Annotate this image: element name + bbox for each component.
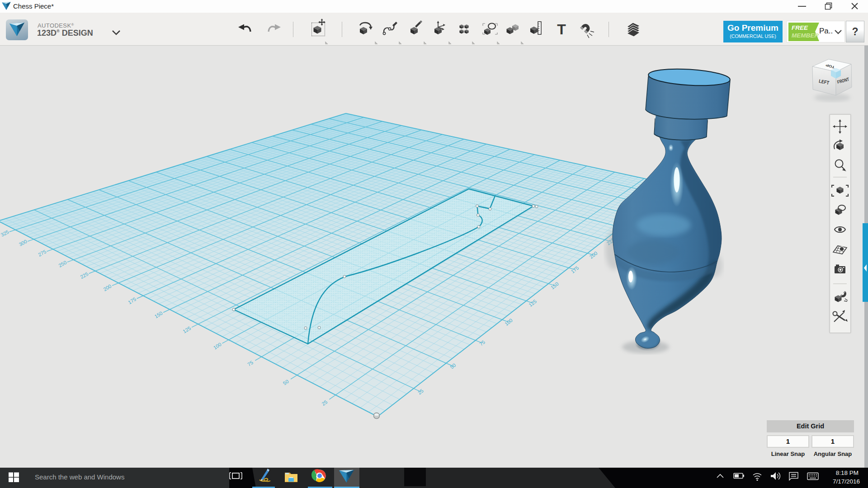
svg-text:275: 275 (37, 249, 47, 257)
svg-text:7/17/2016: 7/17/2016 (833, 478, 860, 485)
svg-text:25: 25 (417, 388, 425, 395)
svg-text:25: 25 (321, 399, 328, 407)
svg-text:225: 225 (79, 271, 89, 280)
svg-text:250: 250 (57, 259, 67, 268)
svg-text:8:18 PM: 8:18 PM (836, 469, 859, 476)
svg-text:T: T (557, 21, 566, 38)
svg-text:100: 100 (212, 342, 222, 351)
svg-text:Search the web and Windows: Search the web and Windows (35, 473, 124, 481)
svg-text:100: 100 (504, 317, 514, 327)
svg-text:300: 300 (18, 239, 28, 247)
svg-text:150: 150 (550, 281, 560, 291)
svg-text:50: 50 (449, 362, 457, 370)
svg-text:325: 325 (0, 229, 10, 238)
svg-text:200: 200 (102, 283, 112, 292)
svg-text:150: 150 (154, 310, 164, 319)
svg-text:125: 125 (528, 298, 538, 308)
svg-text:75: 75 (246, 360, 254, 367)
svg-text:FREE: FREE (792, 24, 808, 31)
svg-text:125: 125 (182, 325, 192, 334)
svg-text:175: 175 (127, 296, 137, 305)
svg-text:75: 75 (478, 339, 486, 347)
svg-text:MEMBER: MEMBER (792, 32, 819, 39)
svg-text:50: 50 (282, 379, 290, 386)
